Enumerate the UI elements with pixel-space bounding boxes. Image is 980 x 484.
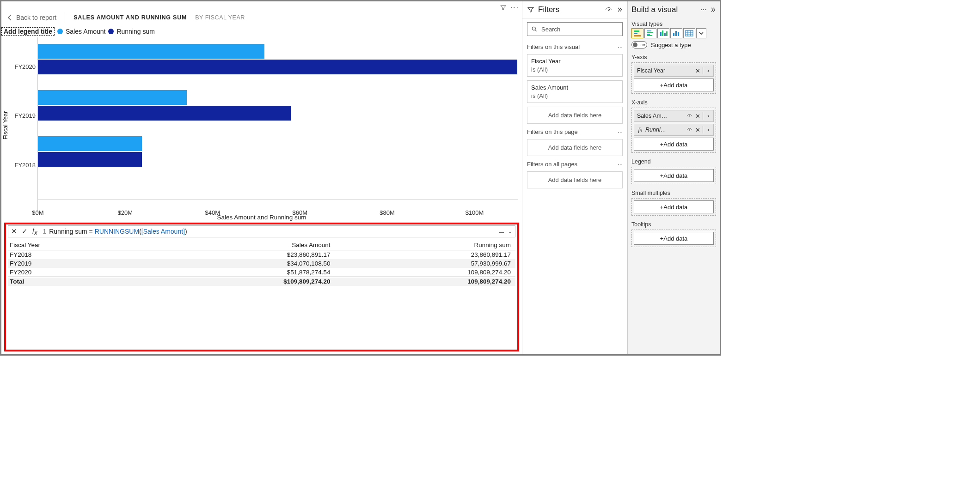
collapse-icon[interactable]	[616, 6, 623, 13]
formula-expand-button[interactable]: ⌄	[507, 228, 513, 235]
svg-rect-3	[634, 33, 637, 34]
x-tick: $80M	[380, 209, 395, 216]
small-multiples-well[interactable]: +Add data	[631, 198, 716, 216]
filter-card[interactable]: Fiscal Year is (All)	[527, 54, 623, 77]
close-icon[interactable]: ✕	[694, 67, 701, 74]
x-axis-title: Sales Amount and Running sum	[1, 213, 522, 221]
chart-plot-area: $0M$20M$40M$60M$80M$100M	[37, 37, 518, 213]
filter-section-all: Filters on all pages	[527, 161, 577, 168]
yaxis-well-label: Y-axis	[628, 51, 720, 61]
add-data-button[interactable]: +Add data	[634, 200, 714, 213]
table-row[interactable]: FY2020$51,878,274.54109,809,274.20	[8, 268, 515, 277]
svg-point-17	[689, 115, 690, 117]
collapse-icon[interactable]	[710, 6, 716, 13]
back-to-report[interactable]: Back to report	[8, 14, 56, 21]
small-multiples-label: Small multiples	[628, 187, 720, 197]
filter-drop-zone[interactable]: Add data fields here	[527, 107, 623, 124]
tooltips-label: Tooltips	[628, 218, 720, 229]
filter-drop-zone[interactable]: Add data fields here	[527, 171, 623, 188]
build-visual-pane: Build a visual ··· Visual types Off Sugg…	[627, 1, 720, 354]
xaxis-well-label: X-axis	[628, 97, 720, 107]
field-chip-fiscal-year[interactable]: Fiscal Year ✕ ›	[634, 65, 714, 77]
svg-rect-15	[678, 32, 679, 36]
legend-label-2: Running sum	[116, 28, 155, 35]
svg-rect-9	[660, 32, 662, 36]
visual-type-clustered-column[interactable]	[657, 28, 669, 38]
formula-input[interactable]: 1Running sum = RUNNINGSUM([Sales Amount]…	[41, 227, 496, 236]
formula-mini-icon[interactable]: ▬	[499, 229, 504, 234]
y-tick: FY2020	[14, 63, 36, 70]
field-chip-sales-amount[interactable]: Sales Am… ✕ ›	[634, 110, 714, 122]
svg-rect-8	[647, 35, 652, 36]
bar[interactable]	[38, 60, 517, 74]
y-tick: FY2018	[14, 162, 36, 169]
more-icon[interactable]: ···	[618, 161, 623, 168]
chevron-right-icon[interactable]: ›	[705, 113, 711, 119]
filter-card[interactable]: Sales Amount is (All)	[527, 80, 623, 103]
visual-type-table[interactable]	[683, 28, 695, 38]
filter-section-page: Filters on this page	[527, 128, 578, 135]
filter-drop-zone[interactable]: Add data fields here	[527, 139, 623, 156]
add-data-button[interactable]: +Add data	[634, 169, 714, 182]
add-data-button[interactable]: +Add data	[634, 232, 714, 245]
bar[interactable]	[38, 90, 187, 105]
more-icon[interactable]: ···	[700, 5, 707, 14]
bar[interactable]	[38, 136, 142, 151]
legend-well-label: Legend	[628, 156, 720, 166]
visual-types-label: Visual types	[628, 18, 720, 28]
table-row[interactable]: FY2018$23,860,891.1723,860,891.17	[8, 250, 515, 260]
formula-commit-button[interactable]: ✓	[21, 227, 29, 236]
x-tick: $100M	[466, 209, 484, 216]
eye-icon[interactable]	[605, 6, 612, 13]
yaxis-well[interactable]: Fiscal Year ✕ › +Add data	[631, 62, 716, 94]
search-placeholder: Search	[541, 26, 560, 33]
table-total-row: Total$109,809,274.20109,809,274.20	[8, 277, 515, 286]
svg-rect-16	[686, 30, 693, 36]
legend-well[interactable]: +Add data	[631, 167, 716, 184]
visual-title-main: SALES AMOUNT AND RUNNING SUM	[74, 14, 187, 21]
tooltips-well[interactable]: +Add data	[631, 230, 716, 247]
col-header[interactable]: Running sum	[335, 240, 515, 250]
visual-type-more[interactable]	[696, 28, 706, 38]
field-chip-running-sum[interactable]: fx Runni… ✕ ›	[634, 124, 714, 136]
more-icon[interactable]: ···	[618, 43, 623, 50]
svg-rect-5	[647, 30, 651, 31]
legend-label-1: Sales Amount	[66, 28, 105, 35]
svg-rect-13	[673, 33, 674, 36]
filters-pane: Filters Search Filters on this visual ··…	[522, 1, 627, 354]
x-tick: $60M	[292, 209, 307, 216]
legend-swatch-2	[108, 29, 114, 34]
highlighted-table-region: ✕ ✓ fx 1Running sum = RUNNINGSUM([Sales …	[4, 223, 519, 351]
suggest-label: Suggest a type	[651, 42, 691, 48]
close-icon[interactable]: ✕	[694, 127, 701, 133]
bar[interactable]	[38, 106, 291, 121]
bar[interactable]	[38, 44, 264, 59]
formula-cancel-button[interactable]: ✕	[10, 227, 18, 236]
visual-type-stacked-bar[interactable]	[631, 28, 643, 38]
more-icon[interactable]: ···	[510, 3, 519, 12]
formula-bar: ✕ ✓ fx 1Running sum = RUNNINGSUM([Sales …	[8, 225, 515, 237]
svg-rect-14	[675, 31, 677, 36]
filter-icon[interactable]	[500, 4, 507, 11]
xaxis-well[interactable]: Sales Am… ✕ › fx Runni… ✕ › +Add data	[631, 108, 716, 153]
suggest-toggle[interactable]: Off	[631, 41, 647, 48]
close-icon[interactable]: ✕	[694, 113, 701, 120]
visual-type-column[interactable]	[670, 28, 682, 38]
add-data-button[interactable]: +Add data	[634, 79, 714, 91]
visual-type-clustered-bar[interactable]	[644, 28, 656, 38]
more-icon[interactable]: ···	[618, 128, 623, 135]
table-row[interactable]: FY2019$34,070,108.5057,930,999.67	[8, 259, 515, 268]
eye-icon[interactable]	[686, 113, 692, 119]
col-header[interactable]: Fiscal Year	[8, 240, 142, 250]
filters-search[interactable]: Search	[527, 22, 623, 36]
add-data-button[interactable]: +Add data	[634, 138, 714, 151]
eye-icon[interactable]	[686, 127, 692, 133]
bar[interactable]	[38, 152, 142, 167]
legend-title-placeholder[interactable]: Add legend title	[1, 27, 55, 36]
chevron-right-icon[interactable]: ›	[705, 67, 711, 74]
chevron-right-icon[interactable]: ›	[705, 127, 711, 133]
y-axis-title: Fiscal Year	[1, 37, 10, 213]
svg-rect-4	[634, 35, 641, 36]
col-header[interactable]: Sales Amount	[142, 240, 335, 250]
fx-icon[interactable]: fx	[31, 227, 38, 236]
